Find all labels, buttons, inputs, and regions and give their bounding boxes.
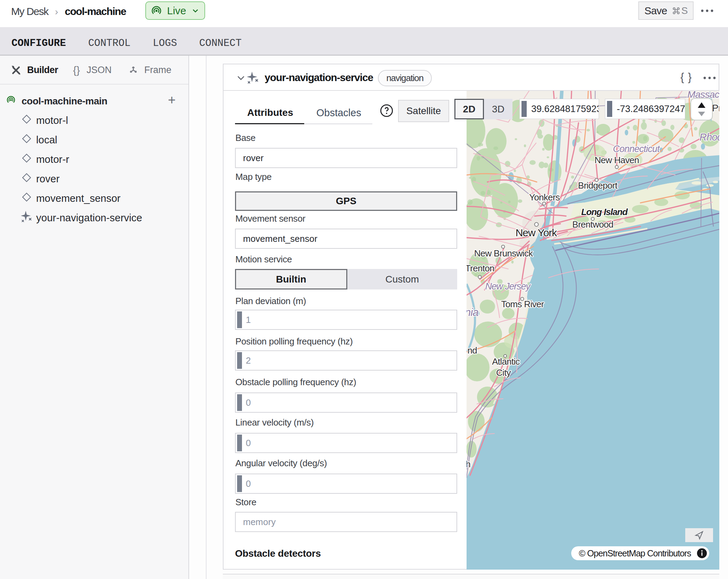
svg-text:Toms River: Toms River (501, 299, 544, 309)
svg-text:New York: New York (516, 227, 558, 238)
svg-text:Atlantic: Atlantic (492, 356, 520, 367)
svg-text:City: City (496, 367, 511, 378)
svg-text:New Jersey: New Jersey (485, 281, 531, 292)
svg-text:Providence: Providence (712, 103, 719, 113)
svg-text:Brentwood: Brentwood (572, 219, 613, 230)
svg-text:Connecticut: Connecticut (613, 144, 660, 154)
svg-text:h: h (467, 459, 470, 469)
svg-text:Bridgeport: Bridgeport (578, 180, 618, 191)
svg-text:New Haven: New Haven (594, 155, 639, 165)
svg-text:nd: nd (467, 345, 477, 356)
svg-text:Trenton: Trenton (467, 263, 494, 273)
svg-text:Yonkers: Yonkers (529, 192, 560, 203)
svg-text:Long Island: Long Island (581, 207, 628, 217)
svg-text:Pennsylvania: Pennsylvania (467, 306, 479, 318)
svg-text:New Brunswick: New Brunswick (474, 248, 533, 259)
svg-text:Rhode Island: Rhode Island (699, 132, 719, 143)
